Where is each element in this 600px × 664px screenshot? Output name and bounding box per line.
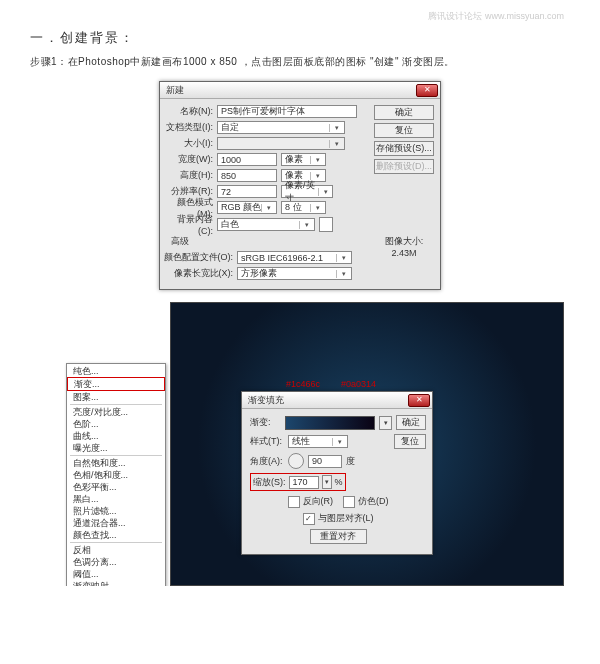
close-icon[interactable]: ✕ — [416, 84, 438, 97]
close-icon[interactable]: ✕ — [408, 394, 430, 407]
scale-label: 缩放(S): — [253, 476, 286, 489]
style-label: 样式(T): — [250, 435, 284, 448]
chevron-down-icon: ▾ — [299, 221, 312, 229]
reverse-checkbox[interactable] — [288, 496, 300, 508]
menu-item[interactable]: 色阶... — [67, 418, 165, 430]
image-size-readout: 图像大小: 2.43M — [374, 235, 434, 260]
menu-item[interactable]: 色相/饱和度... — [67, 469, 165, 481]
menu-item[interactable]: 纯色... — [67, 365, 165, 377]
scale-input[interactable]: 170 — [289, 476, 319, 489]
aspect-label: 像素长宽比(X): — [163, 267, 233, 280]
width-label: 宽度(W): — [163, 153, 213, 166]
height-input[interactable]: 850 — [217, 169, 277, 182]
align-checkbox[interactable]: ✓ — [303, 513, 315, 525]
size-label: 大小(I): — [163, 137, 213, 150]
size-select: ▾ — [217, 137, 345, 150]
cancel-button[interactable]: 复位 — [374, 123, 434, 138]
menu-item[interactable]: 通道混合器... — [67, 517, 165, 529]
profile-label: 颜色配置文件(O): — [163, 251, 233, 264]
menu-item[interactable]: 亮度/对比度... — [67, 406, 165, 418]
bitdepth-select[interactable]: 8 位▾ — [281, 201, 326, 214]
chevron-down-icon[interactable]: ▾ — [322, 475, 332, 489]
menu-item[interactable]: 黑白... — [67, 493, 165, 505]
step-description: 步骤1：在Photoshop中新建画布1000 x 850 ，点击图层面板底部的… — [30, 55, 570, 69]
menu-item-gradient[interactable]: 渐变... — [67, 377, 165, 391]
delete-preset-button: 删除预设(D)... — [374, 159, 434, 174]
resolution-input[interactable]: 72 — [217, 185, 277, 198]
height-label: 高度(H): — [163, 169, 213, 182]
colormode-select[interactable]: RGB 颜色▾ — [217, 201, 277, 214]
menu-item[interactable]: 曝光度... — [67, 442, 165, 454]
dither-checkbox[interactable] — [343, 496, 355, 508]
dialog-titlebar: 新建 ✕ — [160, 82, 440, 99]
menu-item[interactable]: 图案... — [67, 391, 165, 403]
advanced-label: 高级 — [171, 235, 370, 248]
chevron-down-icon: ▾ — [310, 204, 323, 212]
angle-dial-icon[interactable] — [288, 453, 304, 469]
dialog-titlebar: 渐变填充 ✕ — [242, 392, 432, 409]
preset-label: 文档类型(I): — [163, 121, 213, 134]
name-label: 名称(N): — [163, 105, 213, 118]
chevron-down-icon: ▾ — [332, 438, 345, 446]
angle-input[interactable]: 90 — [308, 455, 342, 468]
resolution-unit-select[interactable]: 像素/英寸▾ — [281, 185, 333, 198]
menu-item[interactable]: 色调分离... — [67, 556, 165, 568]
gradient-preview[interactable] — [285, 416, 375, 430]
color-annotation-b: #0a0314 — [341, 379, 376, 389]
menu-item[interactable]: 自然饱和度... — [67, 457, 165, 469]
ok-button[interactable]: 确定 — [374, 105, 434, 120]
bg-label: 背景内容(C): — [163, 218, 213, 231]
style-select[interactable]: 线性▾ — [288, 435, 348, 448]
width-input[interactable]: 1000 — [217, 153, 277, 166]
chevron-down-icon: ▾ — [329, 140, 342, 148]
section-heading: 一．创建背景： — [30, 29, 570, 47]
reset-align-button[interactable]: 重置对齐 — [310, 529, 367, 544]
menu-item[interactable]: 反相 — [67, 544, 165, 556]
name-input[interactable]: PS制作可爱树叶字体 — [217, 105, 357, 118]
ok-button[interactable]: 确定 — [396, 415, 426, 430]
chevron-down-icon: ▾ — [261, 204, 274, 212]
chevron-down-icon: ▾ — [329, 124, 342, 132]
gradient-label: 渐变: — [250, 416, 281, 429]
gradient-fill-dialog: 渐变填充 ✕ 渐变: ▾ 确定 样式(T): 线性▾ 复位 — [241, 391, 433, 555]
angle-label: 角度(A): — [250, 455, 284, 468]
watermark-text: 腾讯设计论坛 www.missyuan.com — [30, 10, 570, 23]
menu-item[interactable]: 阈值... — [67, 568, 165, 580]
menu-item[interactable]: 色彩平衡... — [67, 481, 165, 493]
chevron-down-icon: ▾ — [310, 156, 323, 164]
reverse-label: 反向(R) — [303, 495, 334, 508]
preset-select[interactable]: 自定 ▾ — [217, 121, 345, 134]
menu-item[interactable]: 渐变映射... — [67, 580, 165, 586]
chevron-down-icon[interactable]: ▾ — [379, 416, 392, 430]
angle-deg-label: 度 — [346, 455, 355, 468]
menu-item[interactable]: 照片滤镜... — [67, 505, 165, 517]
menu-item[interactable]: 颜色查找... — [67, 529, 165, 541]
dither-label: 仿色(D) — [358, 495, 389, 508]
new-document-dialog: 新建 ✕ 名称(N): PS制作可爱树叶字体 文档类型(I): 自定 ▾ 大小(… — [159, 81, 441, 290]
color-annotation-a: #1c466c — [286, 379, 320, 389]
dialog-title: 新建 — [166, 84, 184, 97]
width-unit-select[interactable]: 像素▾ — [281, 153, 326, 166]
chevron-down-icon: ▾ — [336, 254, 349, 262]
align-label: 与图层对齐(L) — [318, 512, 374, 525]
chevron-down-icon: ▾ — [318, 188, 330, 196]
dialog-title: 渐变填充 — [248, 394, 284, 407]
chevron-down-icon: ▾ — [336, 270, 349, 278]
save-preset-button[interactable]: 存储预设(S)... — [374, 141, 434, 156]
profile-select[interactable]: sRGB IEC61966-2.1▾ — [237, 251, 352, 264]
scale-pct-label: % — [335, 476, 343, 489]
cancel-button[interactable]: 复位 — [394, 434, 426, 449]
menu-item[interactable]: 曲线... — [67, 430, 165, 442]
adjustment-layer-menu: 纯色... 渐变... 图案... 亮度/对比度... 色阶... 曲线... … — [66, 363, 166, 586]
aspect-select[interactable]: 方形像素▾ — [237, 267, 352, 280]
canvas-preview: 纯色... 渐变... 图案... 亮度/对比度... 色阶... 曲线... … — [170, 302, 564, 586]
bg-swatch[interactable] — [319, 217, 333, 232]
bg-select[interactable]: 白色▾ — [217, 218, 315, 231]
